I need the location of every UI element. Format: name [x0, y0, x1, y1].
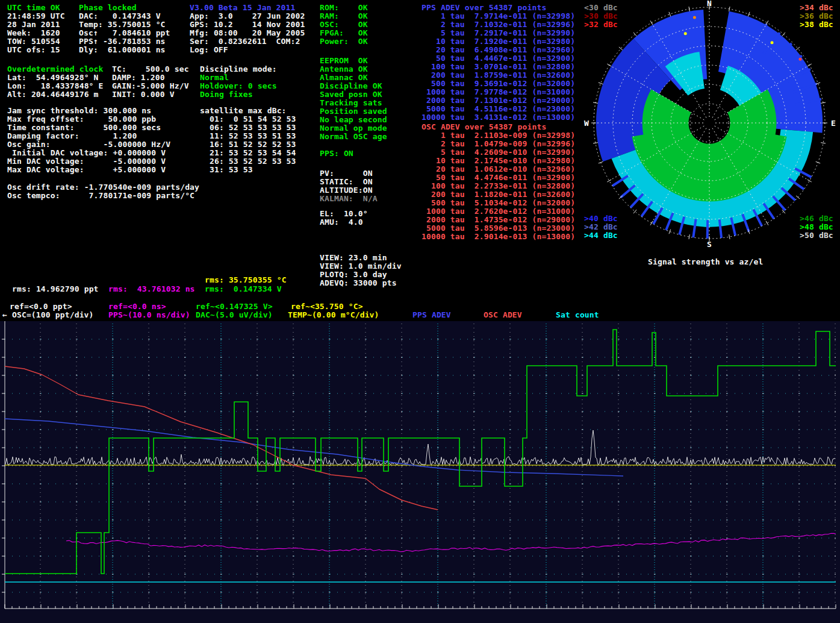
view-settings: VIEW: 23.0 min VIEW: 1.0 min/div PLOTQ: … — [320, 254, 402, 287]
kalman-state: KALMAN: N/A — [320, 195, 378, 203]
ref-dac: ref~<0.147325 V> — [196, 302, 273, 311]
rms-osc: rms: 14.962790 ppt — [12, 285, 99, 293]
clock-mode-header: Overdetermined clock — [7, 65, 104, 74]
plot-area[interactable] — [0, 321, 840, 623]
ref-osc: ref=<0.0 ppt> — [10, 302, 72, 311]
osc-drift-lines: Osc drift rate: -1.770540e-009 parts/day… — [7, 183, 199, 200]
svg-text:S: S — [707, 240, 712, 249]
polar-caption: Signal strength vs az/el — [648, 258, 763, 266]
phase-lock-lines: DAC: 0.147343 V Temp: 35.750015 °C Osc↑ … — [79, 12, 170, 54]
utc-status-header: UTC time OK — [7, 4, 60, 12]
loop-params: TC: 500.0 sec DAMP: 1.200 GAIN:-5.000 Hz… — [112, 65, 189, 99]
position-lines: Lat: 54.4964928° N Lon: 18.4337848° E Al… — [7, 74, 104, 99]
scale-osc: ← OSC=(100 ppt/div) — [2, 311, 94, 319]
phase-lock-header: Phase locked — [79, 4, 137, 12]
svg-text:W: W — [584, 119, 589, 128]
discipline-header: Discipline mode: — [200, 65, 277, 74]
filter-states: PV: ON STATIC: ON ALTITUDE:ON — [320, 169, 373, 195]
satmax-header: satellite max dBc: — [200, 107, 287, 115]
legend-pps-adev: PPS ADEV — [412, 311, 451, 319]
pps-adev-table: 1 tau 7.9714e-011 (n=32998) 2 tau 7.1032… — [422, 12, 575, 122]
ref-temp: ref~<35.750 °C> — [291, 302, 363, 311]
pps-adev-header: PPS ADEV over 54387 points — [422, 4, 546, 12]
rms-pps: rms: 43.761032 ns — [108, 285, 195, 293]
scale-temp: TEMP~(0.00 m°C/div) — [288, 311, 379, 319]
ref-pps: ref=<0.0 ns> — [108, 302, 166, 311]
utc-status-lines: 21:48:59 UTC 28 Jan 2011 Week: 1620 TOW:… — [7, 12, 65, 54]
osc-adev-header: OSC ADEV over 54387 points — [422, 123, 546, 131]
osc-adev-table: 1 tau 2.1103e-009 (n=32998) 2 tau 1.0479… — [422, 131, 575, 241]
svg-text:E: E — [831, 119, 836, 128]
legend-osc-adev: OSC ADEV — [484, 311, 522, 319]
receiver-status: EEPROM OK Antenna OK Almanac OK Discipli… — [320, 57, 387, 141]
svg-text:N: N — [707, 0, 712, 8]
lady-heather-window: { "colors": { "green":"#00ee00","white":… — [0, 0, 840, 623]
elevation-mask: EL: 10.0° AMU: 4.0 — [320, 210, 368, 227]
discipline-lines: Normal Holdover: 0 secs Doing fixes — [200, 74, 277, 99]
az-el-signal-map: NSEW — [578, 0, 838, 255]
jam-sync-params: Jam sync threshold: 300.000 ns Max freq … — [7, 107, 170, 174]
scale-dac: DAC~(5.0 uV/div) — [196, 311, 273, 319]
rms-dac: rms: 0.147334 V — [205, 285, 282, 293]
satmax-table: 01: 0 51 54 52 53 06: 52 53 53 53 53 11:… — [200, 115, 296, 174]
version-lines: App: 3.0 27 Jun 2002 GPS: 10.2 14 Nov 20… — [190, 12, 305, 54]
legend-sat-count: Sat count — [556, 311, 599, 319]
gps-selftest-status: ROM: OK RAM: OK OSC: OK FPGA: OK Power: … — [320, 4, 368, 46]
version-header: V3.00 Beta 15 Jan 2011 — [190, 4, 296, 12]
pps-state: PPS: ON — [320, 149, 353, 158]
scale-pps: PPS~(10.0 ns/div) — [108, 311, 190, 319]
rms-temp: rms: 35.750355 °C — [205, 276, 287, 284]
